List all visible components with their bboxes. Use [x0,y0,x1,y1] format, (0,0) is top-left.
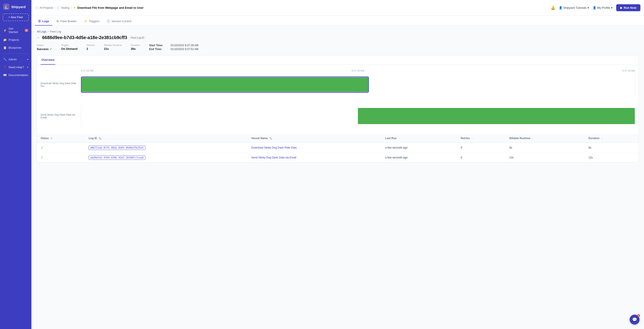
bell-icon[interactable]: 🔔 [551,6,555,10]
table-header-row: Status ▽ Log ID 🔍 Vessel Name 🔍 Last Run… [37,134,638,143]
retries-sort-icon[interactable]: ↕ [471,137,472,140]
tab-version-control[interactable]: 🕐 Version Control [103,17,134,26]
breadcrumb-all-projects[interactable]: All Projects [40,6,53,10]
profile-menu[interactable]: 👤 My Profile ▾ [593,6,612,10]
sidebar-item-projects[interactable]: 📁 Projects [0,36,32,44]
col-vessel-name: Vessel Name 🔍 [248,134,382,143]
tab-logs[interactable]: ☰ Logs [35,17,52,26]
run-now-button[interactable]: ▶ Run Now [616,4,640,11]
grid-line-3 [81,105,81,127]
col-last-run: Last Run ↑ [382,134,457,143]
sidebar-item-label: Blueprints [8,46,22,49]
breadcrumb-current: Download File from Webpage and Email to … [77,6,144,10]
timeline-label-0: Download Slinky Dog Dash Ride Da... [40,82,81,87]
col-billable-runtime: Billable Runtime ↕ [506,134,585,143]
documentation-icon: 📖 [3,73,7,77]
all-logs-link[interactable]: All Logs [37,30,46,33]
chevron-down-icon: ▾ [27,66,28,69]
get-started-badge: 1 [25,29,28,32]
row-0-log-id: d86711dd-87f5-48d2-8d65-0508a75b25e5 [85,143,248,153]
fleet-log-id: 6688d9ee-b7d3-4d5e-a18e-2e381cb9cff3 [42,35,127,40]
timeline-axis: 9:37:26 AM 9:37:35 AM 9:37:44 AM [40,69,635,72]
timeline-label-1: Send Slinky Dog Dash Data via Email [40,113,81,119]
sidebar-item-admin[interactable]: 🔧 Admin ▾ [0,56,32,63]
duration-label: Duration [131,44,140,47]
tutorials-menu[interactable]: 👤 Shipyard Tutorials ▾ [559,6,589,10]
duration-sort-icon[interactable]: ↕ [601,137,602,140]
start-time-value: 01/10/2023 9:37:26 AM [171,44,198,47]
billable-sort-icon[interactable]: ↕ [532,137,533,140]
vessel-0-bar [82,77,368,92]
person-icon: 👤 [559,6,562,10]
billable-runtime-label: Billable Runtime [104,44,122,47]
sidebar-item-get-started[interactable]: ⚡ Get Started 1 [0,25,32,36]
table-row: ✓ d86711dd-87f5-48d2-8d65-0508a75b25e5 D… [37,143,638,153]
main-content: All Logs / Fleet Log ← 6688d9ee-b7d3-4d5… [32,26,644,329]
sidebar-item-blueprints[interactable]: 📋 Blueprints [0,44,32,52]
vessels-value: 2 [86,47,95,51]
overview-tabs: Overview [37,56,638,65]
stat-times: Start Time: 01/10/2023 9:37:26 AM End Ti… [149,44,198,51]
row-0-duration: 9s [585,143,638,153]
table-body: ✓ d86711dd-87f5-48d2-8d65-0508a75b25e5 D… [37,143,638,162]
chat-button[interactable]: 💬 2 [630,315,640,324]
back-button[interactable]: ← [37,36,40,40]
row-1-log-id: ebd9dfd2-4f64-439b-92d7-281807c7cea8 [85,153,248,162]
log-id-filter-icon[interactable]: 🔍 [99,137,101,140]
timeline-ts-0: 9:37:26 AM [81,69,94,72]
admin-icon: 🔧 [3,58,7,61]
row-1-status: ✓ [37,153,85,162]
new-fleet-button[interactable]: + New Fleet [3,14,29,21]
row-1-last-run: a few seconds ago [382,153,457,162]
status-filter-icon[interactable]: ▽ [50,137,52,140]
start-time-label: Start Time: [149,44,167,47]
sidebar-item-label: Need Help? [8,66,24,69]
version-control-icon: 🕐 [106,20,110,23]
tab-logs-label: Logs [42,20,49,23]
success-icon: ✓ [50,47,52,51]
row-0-retries: 0 [457,143,506,153]
tab-triggers[interactable]: ⚡ Triggers [81,17,102,26]
tab-overview[interactable]: Overview [40,56,56,65]
log-id-link-1[interactable]: ebd9dfd2-4f64-439b-92d7-281807c7cea8 [88,156,145,160]
tab-bar: ☰ Logs ⚙ Fleet Builder ⚡ Triggers 🕐 Vers… [32,16,644,26]
run-now-label: Run Now [624,6,636,10]
last-run-sort-icon[interactable]: ↑ [398,137,399,140]
projects-icon: 📁 [3,38,7,42]
chat-badge: 2 [637,314,640,317]
breadcrumb-all-projects-icon: 📄 [35,6,38,9]
tab-fleet-builder[interactable]: ⚙ Fleet Builder [53,17,80,26]
col-retries: Retries ↕ [457,134,506,143]
table-row: ✓ ebd9dfd2-4f64-439b-92d7-281807c7cea8 S… [37,153,638,162]
stat-duration: Duration 26s [131,44,140,51]
trigger-value: On Demand [61,47,78,51]
row-0-billable-runtime: 9s [506,143,585,153]
breadcrumb-testing-icon: 📄 [56,6,60,9]
col-log-id: Log ID 🔍 [85,134,248,143]
vessel-link-1[interactable]: Send Slinky Dog Dash Data via Email [251,156,296,159]
status-value: Success ✓ [37,47,52,51]
stat-billable-runtime: Billable Runtime 21s [104,44,122,51]
vessel-link-0[interactable]: Download Slinky Dog Dash Ride Data [251,146,297,149]
sidebar-item-label: Documentation [8,73,28,77]
sidebar-item-need-help[interactable]: ❓ Need Help? ▾ [0,63,32,71]
sidebar: ⛵ Shipyard + New Fleet ⚡ Get Started 1 📁… [0,0,32,329]
profile-icon: 👤 [593,6,596,10]
sidebar-item-documentation[interactable]: 📖 Documentation [0,71,32,79]
trigger-label: Trigger [61,44,78,47]
play-icon: ▶ [620,6,622,10]
blueprints-icon: 📋 [3,46,7,49]
start-time-row: Start Time: 01/10/2023 9:37:26 AM [149,44,198,47]
chevron-down-icon: ▾ [611,6,612,10]
get-started-icon: ⚡ [3,29,7,32]
vessel-filter-icon[interactable]: 🔍 [269,137,272,140]
sidebar-logo[interactable]: ⛵ Shipyard [0,0,32,14]
log-id-link-0[interactable]: d86711dd-87f5-48d2-8d65-0508a75b25e5 [88,146,145,150]
timeline-track-1 [81,107,635,125]
profile-label: My Profile [597,6,610,10]
table-header: Status ▽ Log ID 🔍 Vessel Name 🔍 Last Run… [37,134,638,143]
fleet-builder-icon: ⚙ [56,20,59,23]
row-1-billable-runtime: 12s [506,153,585,162]
sidebar-divider [3,53,29,54]
breadcrumb-testing[interactable]: Testing [61,6,69,10]
